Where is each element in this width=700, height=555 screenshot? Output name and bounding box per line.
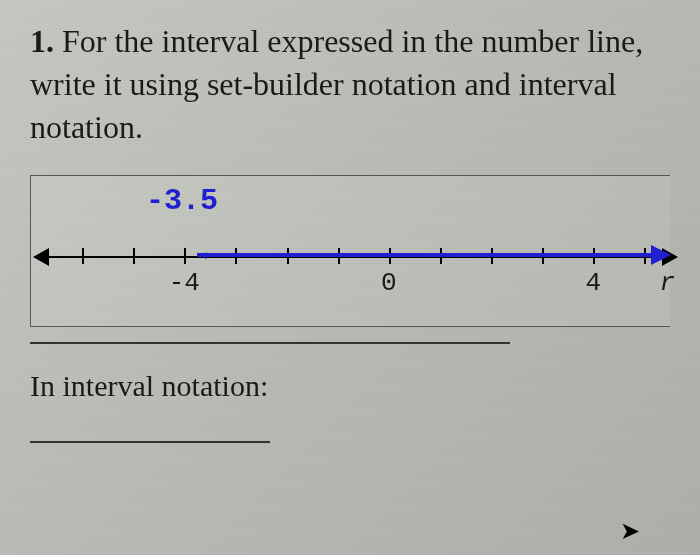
number-line-figure: -3.5 -404 ← r [30,175,670,327]
cursor-icon: ➤ [620,517,640,545]
question-text: 1. For the interval expressed in the num… [30,20,670,150]
number-line: -404 ← r [31,226,670,306]
tick-label: 0 [381,268,397,298]
prompt-label: In interval notation: [30,369,670,403]
variable-label: r [659,268,675,298]
tick-label: -4 [169,268,200,298]
answer-blank[interactable] [30,408,270,443]
interval-arrow-right-icon [651,245,671,265]
tick-mark [184,248,186,264]
tick-label: 4 [586,268,602,298]
figure-underline [30,342,510,344]
interval-ray [197,253,651,257]
endpoint-value-label: -3.5 [146,184,218,218]
question-number: 1. [30,23,54,59]
tick-mark [82,248,84,264]
question-body: For the interval expressed in the number… [30,23,643,145]
tick-mark [133,248,135,264]
